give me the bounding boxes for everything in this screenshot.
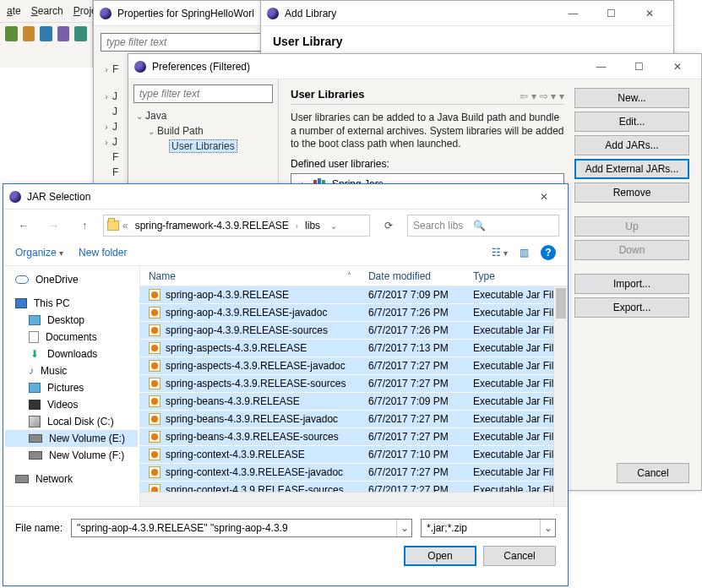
file-list-header[interactable]: Name˄ Date modified Type xyxy=(140,266,568,286)
chevron-down-icon[interactable]: ⌄ xyxy=(133,112,145,121)
run-icon[interactable] xyxy=(5,26,18,41)
refresh-button[interactable]: ⟳ xyxy=(377,215,400,237)
open-button[interactable]: Open xyxy=(404,546,476,566)
vertical-scrollbar[interactable] xyxy=(553,286,568,506)
up-button[interactable]: ↑ xyxy=(73,215,96,237)
new-icon[interactable] xyxy=(40,26,52,41)
new-button[interactable]: New... xyxy=(574,88,689,108)
sidebar-item[interactable]: ♪Music xyxy=(5,362,138,379)
chevron-right-icon[interactable]: › xyxy=(101,65,112,74)
file-row[interactable]: spring-context-4.3.9.RELEASE-javadoc6/7/… xyxy=(140,464,568,482)
back-arrow-icon[interactable]: ⇦ ▾ xyxy=(520,90,536,102)
sidebar-item[interactable]: New Volume (E:) xyxy=(5,430,138,447)
navigation-sidebar[interactable]: OneDriveThis PCDesktopDocuments⬇Download… xyxy=(3,266,140,506)
export-button[interactable]: Export... xyxy=(574,297,689,318)
file-row[interactable]: spring-context-4.3.9.RELEASE6/7/2017 7:1… xyxy=(140,446,568,464)
tree-item[interactable]: F xyxy=(112,63,118,75)
search-input[interactable]: Search libs 🔍 xyxy=(407,215,559,237)
filename-dropdown-icon[interactable]: ⌄ xyxy=(396,520,411,536)
file-row[interactable]: spring-context-4.3.9.RELEASE-sources6/7/… xyxy=(140,482,568,492)
debug-icon[interactable] xyxy=(23,26,35,41)
sidebar-item[interactable]: Videos xyxy=(5,396,138,413)
file-row[interactable]: spring-aspects-4.3.9.RELEASE6/7/2017 7:1… xyxy=(140,340,568,357)
add-external-jars-button[interactable]: Add External JARs... xyxy=(574,159,689,179)
chevron-down-icon[interactable]: ⌄ xyxy=(145,127,157,136)
file-row[interactable]: spring-beans-4.3.9.RELEASE6/7/2017 7:09 … xyxy=(140,393,568,411)
preferences-titlebar[interactable]: Preferences (Filtered) — ☐ ✕ xyxy=(128,54,701,79)
forward-arrow-icon[interactable]: ⇨ ▾ xyxy=(540,90,556,102)
sidebar-item[interactable]: Local Disk (C:) xyxy=(5,413,138,430)
preferences-cancel-button[interactable]: Cancel xyxy=(617,463,689,483)
maximize-button[interactable]: ☐ xyxy=(620,55,658,79)
properties-titlebar[interactable]: Properties for SpringHelloWorl xyxy=(94,1,286,26)
remove-button[interactable]: Remove xyxy=(574,182,689,203)
sidebar-item[interactable]: ⬇Downloads xyxy=(5,346,138,362)
tree-item[interactable]: F xyxy=(112,151,118,163)
tree-item[interactable]: J xyxy=(112,90,117,102)
import-button[interactable]: Import... xyxy=(574,274,689,294)
back-button[interactable]: ← xyxy=(12,215,35,237)
close-button[interactable]: ✕ xyxy=(658,55,696,79)
filetype-select[interactable]: *.jar;*.zip ⌄ xyxy=(421,519,556,537)
scrollbar-thumb[interactable] xyxy=(556,288,566,318)
sidebar-item[interactable]: Documents xyxy=(5,329,138,346)
edit-button[interactable]: Edit... xyxy=(574,112,689,132)
sidebar-item[interactable]: Pictures xyxy=(5,379,138,396)
file-row[interactable]: spring-aspects-4.3.9.RELEASE-sources6/7/… xyxy=(140,375,568,393)
close-button[interactable]: ✕ xyxy=(525,185,563,209)
sidebar-item[interactable]: This PC xyxy=(5,295,138,312)
minimize-button[interactable]: — xyxy=(582,55,620,79)
minimize-button[interactable]: — xyxy=(554,2,592,25)
file-row[interactable]: spring-beans-4.3.9.RELEASE-sources6/7/20… xyxy=(140,428,568,446)
sidebar-item[interactable]: Desktop xyxy=(5,312,138,329)
file-list[interactable]: Name˄ Date modified Type spring-aop-4.3.… xyxy=(140,266,568,506)
file-row[interactable]: spring-beans-4.3.9.RELEASE-javadoc6/7/20… xyxy=(140,411,568,428)
chevron-right-icon[interactable]: › xyxy=(101,122,112,132)
help-icon[interactable]: ? xyxy=(541,245,556,260)
jar-titlebar[interactable]: JAR Selection ✕ xyxy=(3,184,568,210)
view-options-icon[interactable]: ☷ ▾ xyxy=(492,247,508,259)
chevron-right-icon[interactable]: › xyxy=(101,138,112,147)
column-date[interactable]: Date modified xyxy=(360,270,465,282)
menu-search[interactable]: Search xyxy=(31,5,63,17)
tree-item[interactable]: F xyxy=(112,166,118,178)
preferences-filter-input[interactable] xyxy=(133,84,273,103)
properties-filter-input[interactable] xyxy=(101,33,280,52)
maximize-button[interactable]: ☐ xyxy=(592,2,630,25)
column-type[interactable]: Type xyxy=(465,270,568,282)
tree-java[interactable]: Java xyxy=(145,110,166,122)
menu-navigate[interactable]: ate xyxy=(7,5,21,17)
filename-input[interactable] xyxy=(72,520,396,536)
tree-build-path[interactable]: Build Path xyxy=(157,125,204,137)
file-row[interactable]: spring-aop-4.3.9.RELEASE6/7/2017 7:09 PM… xyxy=(140,286,568,304)
preview-pane-icon[interactable]: ▥ xyxy=(520,247,529,259)
column-name[interactable]: Name˄ xyxy=(140,270,360,282)
breadcrumb-leaf[interactable]: libs xyxy=(302,220,324,231)
cancel-button[interactable]: Cancel xyxy=(483,546,556,566)
add-jars-button[interactable]: Add JARs... xyxy=(574,135,689,155)
pc-icon xyxy=(15,298,27,308)
add-library-titlebar[interactable]: Add Library — ☐ ✕ xyxy=(261,1,673,26)
menu-dropdown-icon[interactable]: ▾ xyxy=(559,90,564,102)
file-row[interactable]: spring-aspects-4.3.9.RELEASE-javadoc6/7/… xyxy=(140,357,568,375)
chevron-right-icon[interactable]: › xyxy=(101,92,112,101)
tree-item[interactable]: J xyxy=(112,136,117,148)
horizontal-scrollbar[interactable] xyxy=(140,492,568,506)
package-icon[interactable] xyxy=(57,26,70,41)
file-row[interactable]: spring-aop-4.3.9.RELEASE-javadoc6/7/2017… xyxy=(140,304,568,322)
sync-icon[interactable] xyxy=(74,26,87,41)
breadcrumb-parent[interactable]: spring-framework-4.3.9.RELEASE xyxy=(132,220,292,231)
tree-item[interactable]: J xyxy=(112,106,117,117)
breadcrumb[interactable]: « spring-framework-4.3.9.RELEASE › libs … xyxy=(103,215,370,237)
sidebar-item[interactable]: New Volume (F:) xyxy=(5,447,138,464)
tree-item[interactable]: J xyxy=(112,121,117,133)
organize-menu[interactable]: Organize ▾ xyxy=(15,247,63,259)
close-button[interactable]: ✕ xyxy=(630,2,668,25)
sidebar-item[interactable]: OneDrive xyxy=(5,271,138,288)
sidebar-item[interactable]: Network xyxy=(5,471,138,487)
chevron-down-icon[interactable]: ⌄ xyxy=(330,221,337,231)
file-row[interactable]: spring-aop-4.3.9.RELEASE-sources6/7/2017… xyxy=(140,322,568,340)
file-name: spring-beans-4.3.9.RELEASE-javadoc xyxy=(166,413,338,425)
new-folder-button[interactable]: New folder xyxy=(79,247,127,259)
tree-user-libraries[interactable]: User Libraries xyxy=(169,139,237,153)
